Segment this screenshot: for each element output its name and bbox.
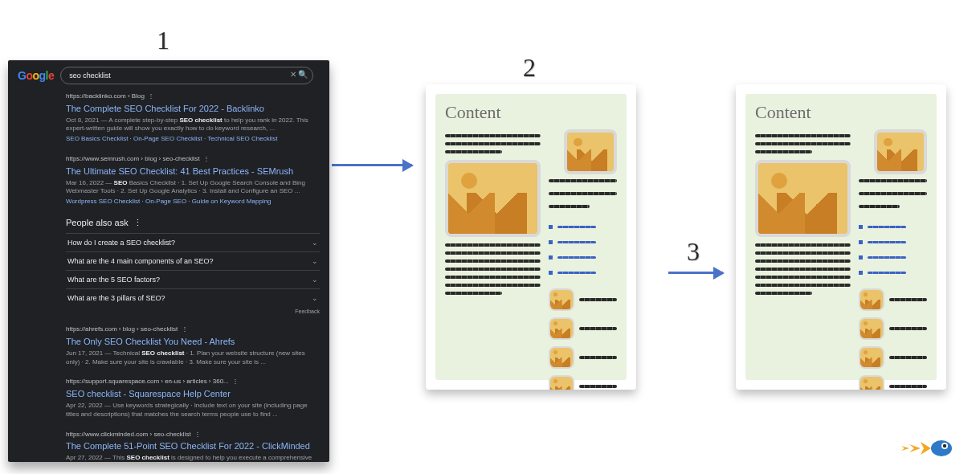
paa-question[interactable]: What are the 3 pillars of SEO?⌄ (66, 288, 320, 307)
paa-question[interactable]: What are the 5 SEO factors?⌄ (66, 270, 320, 288)
text-line-placeholder (755, 142, 851, 145)
result-snippet: Apr 22, 2022 — Use keywords strategicall… (66, 402, 320, 419)
link-placeholder (557, 226, 596, 228)
text-line-placeholder (445, 150, 502, 153)
thumb-with-text (859, 346, 927, 369)
image-placeholder (564, 129, 617, 174)
text-line-placeholder (755, 243, 851, 247)
thumb-with-text (859, 375, 927, 390)
text-line-placeholder (549, 179, 617, 182)
step-label-2: 2 (523, 53, 536, 83)
text-line-placeholder (445, 268, 541, 271)
link-placeholder (868, 256, 906, 259)
result-title-link[interactable]: SEO checklist - Squarespace Help Center (66, 388, 320, 400)
paa-question[interactable]: What are the 4 main components of an SEO… (66, 251, 320, 270)
link-placeholder (557, 241, 596, 243)
result-title-link[interactable]: The Complete SEO Checklist For 2022 - Ba… (66, 103, 320, 115)
text-line-placeholder (859, 179, 927, 182)
result-snippet: Mar 16, 2022 — SEO Basics Checklist · 1.… (66, 179, 320, 197)
thumb-with-text (859, 288, 927, 311)
text-line-placeholder (755, 251, 851, 255)
arrow-2-to-3 (668, 272, 723, 274)
result-url[interactable]: https://backlinko.com › Blog (66, 92, 145, 100)
text-line-placeholder (445, 284, 541, 287)
thumb-with-text (549, 288, 617, 311)
text-line-placeholder (445, 142, 541, 145)
result-url[interactable]: https://www.clickminded.com › seo-checkl… (66, 431, 191, 438)
result-snippet: Apr 27, 2022 — This SEO checklist is des… (66, 454, 320, 462)
step-label-1: 1 (157, 26, 169, 55)
text-line-placeholder (445, 276, 541, 279)
text-line-placeholder (445, 243, 541, 247)
bullet-list-placeholder (549, 218, 617, 282)
serp-results: https://backlinko.com › Blog ⋮ The Compl… (8, 89, 329, 462)
result-snippet: Jun 17, 2021 — Technical SEO checklist ·… (66, 349, 320, 367)
text-line-placeholder (445, 259, 541, 263)
result-sitelinks[interactable]: Wordpress SEO Checklist · On-Page SEO · … (66, 198, 320, 206)
link-placeholder (868, 241, 906, 243)
content-card-title: Content (755, 102, 927, 123)
link-placeholder (557, 256, 596, 259)
image-placeholder (874, 129, 927, 174)
result-title-link[interactable]: The Complete 51-Point SEO Checklist For … (66, 440, 320, 452)
link-placeholder (557, 272, 596, 274)
search-result: https://backlinko.com › Blog ⋮ The Compl… (66, 92, 320, 144)
result-title-link[interactable]: The Only SEO Checklist You Need - Ahrefs (66, 336, 320, 348)
google-serp-screenshot: Google seo checklist ✕ 🔍 https://backlin… (8, 60, 329, 462)
text-line-placeholder (755, 284, 851, 287)
paa-heading: People also ask ⋮ (66, 218, 320, 228)
text-line-placeholder (755, 150, 812, 153)
text-line-placeholder (755, 276, 851, 279)
thumb-with-text (549, 375, 617, 390)
result-url[interactable]: https://www.semrush.com › blog › seo-che… (66, 155, 200, 162)
arrow-1-to-2 (332, 164, 412, 166)
step-label-3: 3 (687, 237, 700, 267)
link-placeholder (868, 226, 906, 228)
search-result: https://www.clickminded.com › seo-checkl… (66, 431, 320, 462)
text-line-placeholder (445, 251, 541, 255)
chevron-down-icon: ⌄ (312, 239, 318, 247)
text-line-placeholder (549, 192, 617, 195)
image-placeholder (445, 160, 541, 237)
result-sitelinks[interactable]: SEO Basics Checklist · On-Page SEO Check… (66, 135, 320, 144)
text-line-placeholder (859, 192, 927, 195)
content-page-mock-2: Content (736, 84, 946, 390)
bullet-list-placeholder (859, 218, 927, 282)
image-placeholder (755, 160, 851, 237)
svg-point-2 (943, 444, 946, 447)
result-url[interactable]: https://support.squarespace.com › en-us … (66, 378, 229, 385)
content-card-title: Content (445, 102, 617, 123)
result-title-link[interactable]: The Ultimate SEO Checklist: 41 Best Prac… (66, 165, 320, 178)
search-result: https://ahrefs.com › blog › seo-checklis… (66, 325, 320, 366)
search-query-text: seo checklist (69, 72, 111, 80)
text-line-placeholder (755, 292, 812, 295)
result-url[interactable]: https://ahrefs.com › blog › seo-checklis… (66, 325, 178, 333)
svg-point-0 (931, 440, 952, 456)
content-page-mock-1: Content (426, 84, 636, 390)
text-line-placeholder (755, 259, 851, 263)
text-line-placeholder (859, 205, 900, 208)
search-result: https://support.squarespace.com › en-us … (66, 378, 320, 419)
text-line-placeholder (549, 205, 590, 208)
google-logo: Google (18, 69, 54, 82)
thumb-with-text (859, 317, 927, 340)
clear-icon[interactable]: ✕ (290, 70, 296, 79)
search-icon[interactable]: 🔍 (298, 70, 308, 79)
text-line-placeholder (445, 292, 502, 295)
link-placeholder (868, 272, 906, 274)
serp-header: Google seo checklist ✕ 🔍 (8, 60, 329, 89)
chevron-down-icon: ⌄ (312, 257, 318, 265)
paa-question[interactable]: How do I create a SEO checklist?⌄ (66, 233, 320, 251)
text-line-placeholder (755, 134, 851, 137)
people-also-ask: People also ask ⋮ How do I create a SEO … (66, 218, 320, 314)
chevron-down-icon: ⌄ (312, 294, 318, 302)
thumb-with-text (549, 346, 617, 369)
text-line-placeholder (445, 134, 541, 137)
result-snippet: Oct 8, 2021 — A complete step-by-step SE… (66, 116, 320, 134)
text-line-placeholder (755, 268, 851, 271)
rocket-logo-icon (896, 434, 953, 463)
search-result: https://www.semrush.com › blog › seo-che… (66, 155, 320, 206)
feedback-link[interactable]: Feedback (66, 309, 320, 314)
search-input[interactable]: seo checklist ✕ 🔍 (60, 67, 313, 84)
chevron-down-icon: ⌄ (312, 276, 318, 284)
